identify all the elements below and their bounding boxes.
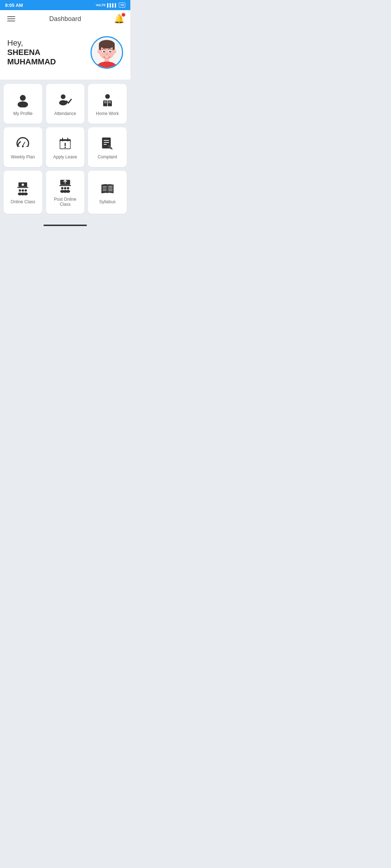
my-profile-label: My Profile <box>13 111 33 116</box>
syllabus-button[interactable]: Syllabus <box>88 171 127 214</box>
complaint-button[interactable]: Complaint <box>88 127 127 167</box>
syllabus-label: Syllabus <box>99 199 115 204</box>
status-bar: 8:05 AM VoLTE ▌▌▌▌ 70 <box>0 0 130 10</box>
battery-indicator: 70 <box>119 3 125 8</box>
complaint-label: Complaint <box>98 154 117 159</box>
online-class-button[interactable]: Online Class <box>4 171 42 214</box>
svg-point-43 <box>22 184 24 186</box>
svg-point-13 <box>110 51 111 52</box>
user-name: SHEENA MUHAMMAD <box>7 48 91 67</box>
dashboard-grid: My Profile Attendance Home Work <box>0 84 130 221</box>
svg-point-14 <box>20 95 26 101</box>
volte-icon: VoLTE <box>96 3 105 7</box>
avatar <box>91 36 123 69</box>
svg-point-58 <box>67 187 69 189</box>
svg-point-18 <box>105 94 110 99</box>
svg-point-50 <box>24 192 28 195</box>
post-online-class-label: Post Online Class <box>50 197 81 207</box>
svg-point-6 <box>97 50 100 54</box>
home-work-label: Home Work <box>96 111 119 116</box>
applyleave-icon <box>58 136 72 151</box>
avatar-image <box>92 37 122 68</box>
notification-badge <box>122 13 125 17</box>
status-time: 8:05 AM <box>5 3 23 8</box>
homework-icon <box>100 93 115 107</box>
svg-point-47 <box>22 190 24 192</box>
svg-point-15 <box>18 101 28 107</box>
menu-button[interactable] <box>6 15 17 23</box>
apply-leave-button[interactable]: Apply Leave <box>46 127 85 167</box>
svg-point-7 <box>113 50 116 54</box>
svg-line-26 <box>23 142 25 146</box>
svg-point-45 <box>19 190 21 192</box>
bottom-bar <box>0 221 130 228</box>
dashboard-title: Dashboard <box>49 15 81 23</box>
status-icons: VoLTE ▌▌▌▌ 70 <box>96 3 125 8</box>
top-bar: Dashboard 🔔 <box>0 10 130 27</box>
post-online-class-button[interactable]: Post Online Class <box>46 171 85 214</box>
signal-icon: ▌▌▌▌ <box>107 3 117 7</box>
svg-point-49 <box>25 190 27 192</box>
weekly-plan-label: Weekly Plan <box>11 154 35 159</box>
attendance-button[interactable]: Attendance <box>46 84 85 124</box>
onlineclass-icon <box>16 181 30 196</box>
svg-rect-34 <box>64 142 66 146</box>
svg-point-16 <box>61 94 66 99</box>
complaint-icon <box>100 136 115 151</box>
profile-icon <box>16 93 30 107</box>
bottom-home-indicator <box>43 225 87 226</box>
online-class-label: Online Class <box>10 199 35 204</box>
svg-point-12 <box>104 51 105 52</box>
syllabus-icon <box>100 181 115 196</box>
apply-leave-label: Apply Leave <box>53 154 77 159</box>
svg-point-11 <box>109 51 111 52</box>
svg-point-54 <box>61 187 63 189</box>
svg-point-17 <box>59 100 67 105</box>
my-profile-button[interactable]: My Profile <box>4 84 42 124</box>
weekly-plan-button[interactable]: Weekly Plan <box>4 127 42 167</box>
greeting-text: Hey, <box>7 38 91 48</box>
notification-button[interactable]: 🔔 <box>114 14 125 24</box>
svg-point-1 <box>97 61 117 68</box>
home-work-button[interactable]: Home Work <box>88 84 127 124</box>
weeklyplan-icon <box>16 136 30 151</box>
welcome-section: Hey, SHEENA MUHAMMAD <box>0 27 130 80</box>
svg-point-10 <box>103 51 105 52</box>
attendance-label: Attendance <box>54 111 76 116</box>
postonlineclass-icon <box>58 179 72 193</box>
svg-point-35 <box>64 146 66 148</box>
attendance-icon <box>58 93 72 107</box>
svg-point-56 <box>64 187 66 189</box>
welcome-text: Hey, SHEENA MUHAMMAD <box>7 38 91 67</box>
svg-point-59 <box>66 190 70 193</box>
